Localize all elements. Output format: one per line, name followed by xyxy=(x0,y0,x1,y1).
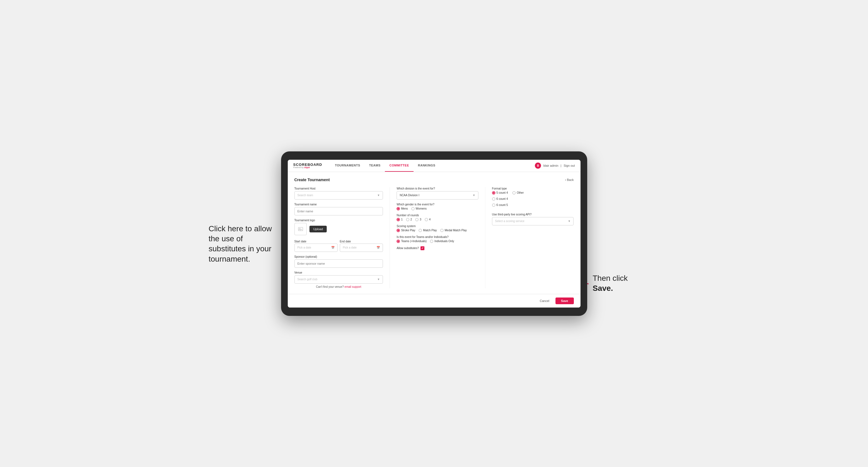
venue-input[interactable]: Search golf club ▼ xyxy=(294,275,383,284)
host-dropdown-arrow: ▼ xyxy=(377,194,380,197)
gender-womens-radio[interactable] xyxy=(411,207,415,210)
navbar: SCOREBOARD Powered by clippd TOURNAMENTS… xyxy=(288,160,581,172)
rounds-1[interactable]: 1 xyxy=(397,218,403,221)
end-date-label: End date xyxy=(340,240,351,243)
gender-womens-label: Womens xyxy=(416,207,427,210)
format-type-group: Format type 5 count 4 Other xyxy=(492,187,574,207)
scoring-service-label: Use third-party live scoring API? xyxy=(492,213,574,216)
format-6count5[interactable]: 6 count 5 xyxy=(492,204,574,207)
nav-user: blair admin xyxy=(543,164,558,167)
tournament-name-label: Tournament name xyxy=(294,203,383,206)
scoring-match-play[interactable]: Match Play xyxy=(418,229,437,232)
scoring-match-radio[interactable] xyxy=(418,229,422,232)
tournament-host-label: Tournament Host xyxy=(294,187,383,190)
format-6count4-radio[interactable] xyxy=(492,197,495,201)
nav-signout[interactable]: Sign out xyxy=(563,164,575,167)
nav-rankings[interactable]: RANKINGS xyxy=(413,160,440,172)
back-link[interactable]: ‹ Back xyxy=(565,178,574,182)
page-content: Create Tournament ‹ Back Tournament Host… xyxy=(288,172,581,294)
division-group: Which division is the event for? NCAA Di… xyxy=(397,187,478,199)
tournament-name-input[interactable] xyxy=(294,207,383,215)
page-header: Create Tournament ‹ Back xyxy=(294,178,574,182)
sponsor-input[interactable] xyxy=(294,259,383,268)
email-support-link[interactable]: email support xyxy=(344,285,361,288)
rounds-3-radio[interactable] xyxy=(415,218,418,221)
scoring-stroke-play[interactable]: Stroke Play xyxy=(397,229,415,232)
start-date-group: Start date Pick a date 📅 xyxy=(294,239,338,252)
tournament-host-group: Tournament Host Search team ▼ xyxy=(294,187,383,199)
venue-group: Venue Search golf club ▼ Can't find your… xyxy=(294,271,383,288)
nav-teams[interactable]: TEAMS xyxy=(365,160,385,172)
tournament-host-input[interactable]: Search team ▼ xyxy=(294,191,383,199)
gender-mens[interactable]: Mens xyxy=(397,207,408,210)
start-date-label: Start date xyxy=(294,240,306,243)
event-teams[interactable]: Teams (+Individuals) xyxy=(397,240,427,243)
format-other[interactable]: Other xyxy=(512,191,524,194)
gender-womens[interactable]: Womens xyxy=(411,207,427,210)
scoring-service-group: Use third-party live scoring API? Select… xyxy=(492,213,574,225)
event-individuals-radio[interactable] xyxy=(430,240,433,243)
start-date-calendar-icon: 📅 xyxy=(331,246,335,249)
venue-label: Venue xyxy=(294,271,383,274)
nav-links: TOURNAMENTS TEAMS COMMITTEE RANKINGS xyxy=(330,160,535,172)
logo-area: SCOREBOARD Powered by clippd xyxy=(293,163,322,168)
annotation-left: Click here to allow the use of substitut… xyxy=(209,224,276,264)
rounds-group: Number of rounds 1 2 xyxy=(397,214,478,221)
allow-substitutes-item[interactable]: Allow substitutes? ✓ xyxy=(397,246,478,250)
gender-mens-radio[interactable] xyxy=(397,207,400,210)
format-5count4[interactable]: 5 count 4 xyxy=(492,191,508,194)
sponsor-label: Sponsor (optional) xyxy=(294,255,383,258)
cancel-button[interactable]: Cancel xyxy=(536,298,553,304)
scoring-service-arrow: ▼ xyxy=(568,220,571,223)
rounds-2[interactable]: 2 xyxy=(406,218,412,221)
allow-substitutes-label: Allow substitutes? xyxy=(397,247,419,250)
format-5count4-radio[interactable] xyxy=(492,191,495,194)
sponsor-group: Sponsor (optional) xyxy=(294,255,383,268)
allow-substitutes-checkbox[interactable]: ✓ xyxy=(421,246,425,250)
gender-label: Which gender is the event for? xyxy=(397,203,478,206)
logo-scoreboard: SCOREBOARD xyxy=(293,163,322,166)
tablet-screen: SCOREBOARD Powered by clippd TOURNAMENTS… xyxy=(288,160,581,308)
date-row: Start date Pick a date 📅 End date xyxy=(294,239,383,252)
logo-placeholder-icon xyxy=(294,223,307,235)
logo-upload-area: Upload xyxy=(294,223,383,235)
format-row-1: 5 count 4 Other xyxy=(492,191,574,194)
form-col-middle: Which division is the event for? NCAA Di… xyxy=(390,187,478,288)
event-type-label: Is this event for Teams and/or Individua… xyxy=(397,236,478,239)
format-6count4[interactable]: 6 count 4 xyxy=(492,197,574,201)
upload-button[interactable]: Upload xyxy=(309,226,327,232)
annotation-right: Then click Save. xyxy=(593,273,648,293)
rounds-4-radio[interactable] xyxy=(425,218,428,221)
tournament-name-group: Tournament name xyxy=(294,203,383,215)
format-6count5-radio[interactable] xyxy=(492,204,495,207)
scoring-stroke-radio[interactable] xyxy=(397,229,400,232)
save-button[interactable]: Save xyxy=(556,298,574,304)
form-grid: Tournament Host Search team ▼ Tournament… xyxy=(294,187,574,288)
nav-committee[interactable]: COMMITTEE xyxy=(385,160,413,172)
tournament-logo-group: Tournament logo Upload xyxy=(294,219,383,235)
division-select[interactable]: NCAA Division I ▼ xyxy=(397,191,478,199)
start-date-input[interactable]: Pick a date 📅 xyxy=(294,244,338,252)
form-col-right: Format type 5 count 4 Other xyxy=(485,187,574,288)
venue-dropdown-arrow: ▼ xyxy=(377,278,380,281)
event-individuals[interactable]: Individuals Only xyxy=(430,240,454,243)
end-date-group: End date Pick a date 📅 xyxy=(340,239,383,252)
event-teams-radio[interactable] xyxy=(397,240,400,243)
scoring-medal-match[interactable]: Medal Match Play xyxy=(440,229,467,232)
rounds-radio-group: 1 2 3 xyxy=(397,218,478,221)
scoring-medal-radio[interactable] xyxy=(440,229,443,232)
gender-group: Which gender is the event for? Mens Wome… xyxy=(397,203,478,210)
end-date-calendar-icon: 📅 xyxy=(376,246,380,249)
division-label: Which division is the event for? xyxy=(397,187,478,190)
format-other-radio[interactable] xyxy=(512,191,516,194)
rounds-3[interactable]: 3 xyxy=(415,218,421,221)
nav-tournaments[interactable]: TOURNAMENTS xyxy=(330,160,365,172)
allow-substitutes-group: Allow substitutes? ✓ xyxy=(397,246,478,250)
rounds-2-radio[interactable] xyxy=(406,218,409,221)
event-type-radio-group: Teams (+Individuals) Individuals Only xyxy=(397,240,478,243)
scoring-service-select[interactable]: Select a scoring service ▼ xyxy=(492,217,574,225)
rounds-1-radio[interactable] xyxy=(397,218,400,221)
form-col-left: Tournament Host Search team ▼ Tournament… xyxy=(294,187,383,288)
end-date-input[interactable]: Pick a date 📅 xyxy=(340,244,383,252)
rounds-4[interactable]: 4 xyxy=(425,218,431,221)
